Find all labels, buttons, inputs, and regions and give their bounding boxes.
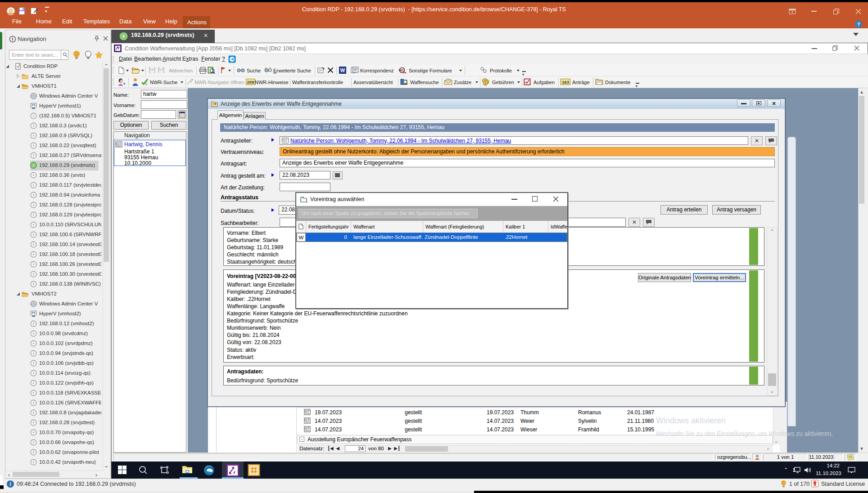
svg-text:$: $ [484,82,486,85]
svg-text:209: 209 [247,80,254,85]
svg-text:W: W [340,67,345,73]
svg-text:163: 163 [562,80,569,85]
svg-text:R: R [401,68,404,73]
